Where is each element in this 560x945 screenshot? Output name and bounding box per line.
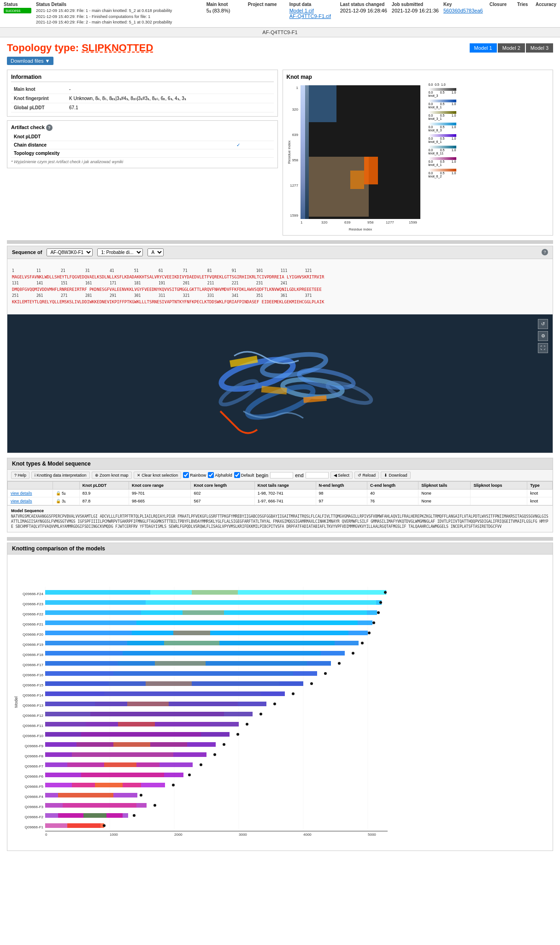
svg-rect-19 xyxy=(309,85,336,122)
artifact-help-icon[interactable]: ? xyxy=(46,124,53,131)
svg-rect-145 xyxy=(183,610,224,615)
last-status-header: Last status changed xyxy=(340,2,387,7)
knot-plddt-2: 87.8 xyxy=(79,497,129,505)
svg-text:1599: 1599 xyxy=(409,220,417,224)
model-tab-2[interactable]: Model 2 xyxy=(498,43,525,53)
knot-row-1: view details 🔒 5₂ 83.9 99-701 602 1-98, … xyxy=(8,489,553,497)
svg-point-110 xyxy=(259,713,262,715)
svg-rect-120 xyxy=(146,681,192,686)
rainbow-checkbox[interactable] xyxy=(183,472,189,478)
svg-rect-102 xyxy=(81,732,201,737)
svg-text:Q09666-F11: Q09666-F11 xyxy=(23,724,43,728)
legend-knot3: 0.00.51.0 knot_3 xyxy=(429,88,456,97)
artifact-note: * Wyjaśnienie czym jest Artifact check i… xyxy=(11,159,274,164)
knot-tails-range-2: 1-97, 666-741 xyxy=(254,497,316,505)
status-bar: Status success Status Details 2021-12-09… xyxy=(0,0,560,28)
view-details-link-1[interactable]: view details xyxy=(11,491,32,496)
reload-button[interactable]: ↺ Reload xyxy=(354,472,379,479)
svg-rect-138 xyxy=(173,631,210,635)
svg-rect-151 xyxy=(150,590,385,595)
type-2: knot xyxy=(527,497,553,505)
closure-header: Closure xyxy=(489,2,513,7)
default-checkbox-label[interactable]: Default xyxy=(234,472,254,478)
artifact-title: Artifact check ? xyxy=(11,124,274,131)
key-header: Key xyxy=(443,2,485,7)
artifact-section: Artifact check ? Knot pLDDT Chain distan… xyxy=(7,120,278,168)
col-header-n-end-length: N-end length xyxy=(316,481,367,489)
svg-text:Q09666-F4: Q09666-F4 xyxy=(25,795,44,799)
input-data-link1[interactable]: Model 1.cif xyxy=(289,8,336,13)
viewer-fullscreen-btn[interactable]: ⛶ xyxy=(538,343,548,353)
section-divider-2 xyxy=(7,537,553,541)
col-header-knot-core-range: Knot core range xyxy=(129,481,191,489)
download-button[interactable]: ⬇ Download xyxy=(381,472,411,479)
svg-text:1599: 1599 xyxy=(290,213,298,218)
model-seq-text: NATVRGSMCAEXAANGGSFPERCPVBVALVVSKAMTLGI … xyxy=(11,514,549,530)
viewer-settings-btn[interactable]: ⚙ xyxy=(538,331,548,341)
page-title: AF-Q4TTC9-F1 xyxy=(262,30,297,35)
col-header-c-end-length: C-end length xyxy=(367,481,418,489)
alphafold-checkbox-label[interactable]: Alphafold xyxy=(208,472,232,478)
knot-types-table: Knot pLDDT Knot core range Knot core len… xyxy=(7,481,553,505)
topology-label: Topology type: xyxy=(7,42,82,53)
svg-rect-116 xyxy=(104,691,261,696)
help-button[interactable]: ? Help xyxy=(11,472,29,479)
c-end-length-1: 40 xyxy=(367,489,418,497)
legend-scale-top: 0.00.51.0 xyxy=(429,83,456,86)
svg-point-100 xyxy=(223,743,225,746)
information-title: Information xyxy=(11,74,274,82)
svg-rect-144 xyxy=(141,610,367,615)
knot-icon-1: 🔒 xyxy=(56,491,61,496)
zoom-knot-map-button[interactable]: ⊕ Zoom knot map xyxy=(92,472,132,479)
legend-knot61: 0.00.51.0 knot_6_1 xyxy=(429,134,456,143)
download-files-button[interactable]: Download files ▼ xyxy=(7,57,53,65)
knotting-chart-svg: Model Q09666-F1 Q09666-F2 Q09666-F3 Q096… xyxy=(12,559,390,845)
knot-plddt-artifact-label: Knot pLDDT xyxy=(11,133,234,141)
view-details-link-2[interactable]: view details xyxy=(11,499,32,503)
svg-rect-119 xyxy=(109,681,279,686)
chain-distance-label: Chain distance xyxy=(11,141,234,149)
svg-text:Residue index: Residue index xyxy=(348,227,372,230)
svg-text:Q09666-F1: Q09666-F1 xyxy=(25,825,44,829)
sequence-help-icon[interactable]: ? xyxy=(542,249,548,255)
protein-structure-svg xyxy=(165,319,395,448)
default-checkbox[interactable] xyxy=(234,472,240,478)
model-select[interactable]: 1: Probable di... xyxy=(97,248,143,256)
model-tab-3[interactable]: Model 3 xyxy=(526,43,553,53)
protein-id-select[interactable]: AF-Q8W3K0-F1 xyxy=(47,248,93,256)
svg-point-96 xyxy=(213,753,216,756)
svg-text:2000: 2000 xyxy=(174,833,183,837)
begin-input[interactable] xyxy=(270,472,293,478)
alphafold-checkbox[interactable] xyxy=(208,472,214,478)
viewer-rotate-btn[interactable]: ↺ xyxy=(538,319,548,329)
slipknot-tails-2: None xyxy=(419,497,471,505)
select-button[interactable]: ◀ Select xyxy=(330,472,353,479)
protein-3d-viewer: ↺ ⚙ ⛶ xyxy=(7,314,553,453)
col-header-slipknot-loops: Slipknot loops xyxy=(471,481,527,489)
knotting-data-button[interactable]: i Knotting data interpretation xyxy=(31,472,90,479)
chain-select[interactable]: A xyxy=(147,248,164,256)
sequence-of-label: Sequence of xyxy=(12,249,42,255)
knot-icon-2: 🔒 xyxy=(56,499,61,503)
input-data-link2[interactable]: AF-Q4TTC9-F1.cif xyxy=(289,13,336,19)
rainbow-checkbox-label[interactable]: Rainbow xyxy=(183,472,206,478)
col-header-knot-tails-range: Knot tails range xyxy=(254,481,316,489)
slipknot-loops-1 xyxy=(471,489,527,497)
knot-types-toolbar: ? Help i Knotting data interpretation ⊕ … xyxy=(7,470,553,481)
global-plddt-value: 67.1 xyxy=(66,103,274,112)
end-input[interactable] xyxy=(306,472,329,478)
n-end-length-2: 97 xyxy=(316,497,367,505)
svg-rect-81 xyxy=(58,793,113,797)
svg-rect-134 xyxy=(164,641,219,645)
svg-rect-126 xyxy=(118,661,307,666)
knot-row-2: view details 🔒 3₁ 87.8 98-665 567 1-97, … xyxy=(8,497,553,505)
status-details-header: Status Details xyxy=(36,2,202,7)
main-knot-value: 5₂ (83.8%) xyxy=(206,8,243,14)
model-tab-1[interactable]: Model 1 xyxy=(470,43,497,53)
input-data-header: Input data xyxy=(289,2,336,7)
key-value[interactable]: 560360d5783ea6 xyxy=(443,8,485,13)
svg-text:320: 320 xyxy=(321,220,328,224)
main-knot-header: Main knot xyxy=(206,2,243,7)
clear-knot-button[interactable]: ✕ Clear knot selection xyxy=(134,472,182,479)
svg-rect-92 xyxy=(104,762,136,767)
